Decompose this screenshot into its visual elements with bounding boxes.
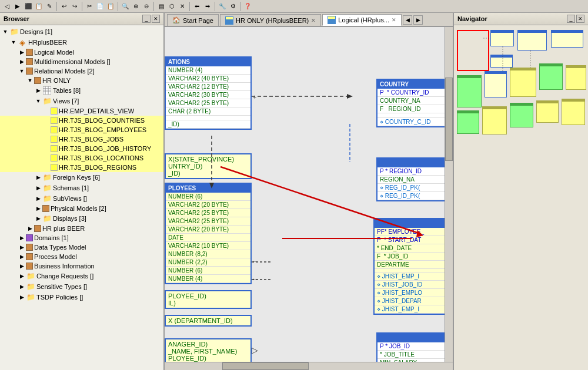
- tab-start-page[interactable]: 🏠 Start Page: [167, 14, 219, 26]
- toolbar-icon-12[interactable]: ⊕: [131, 2, 141, 11]
- tree-item-tsdppolicies[interactable]: ▶ 📁 TSDP Policies []: [0, 292, 163, 302]
- tree-item-view1[interactable]: HR.EMP_DETAILS_VIEW: [0, 106, 163, 116]
- toolbar-icon-3[interactable]: ⬛: [24, 2, 33, 11]
- expand-displays[interactable]: ▶: [34, 214, 42, 223]
- tree-item-multidim[interactable]: ▶ Multidimensional Models []: [0, 57, 163, 66]
- tab-logical[interactable]: Logical (HRplus... ✕: [322, 14, 402, 26]
- tree-item-displays[interactable]: ▶ 📁 Displays [3]: [0, 213, 163, 224]
- expand-multidim[interactable]: ▶: [18, 58, 26, 66]
- tree-item-changerequests[interactable]: ▶ 📁 Change Requests []: [0, 271, 163, 281]
- db-table-employees[interactable]: PLOYEES NUMBER (6) VARCHAR2 (20 BYTE) VA…: [165, 183, 252, 284]
- tree-item-views[interactable]: ▼ 📁 Views [7]: [0, 96, 163, 106]
- toolbar-icon-19[interactable]: 🔧: [218, 2, 227, 11]
- expand-designs[interactable]: ▼: [1, 28, 9, 36]
- toolbar-icon-16[interactable]: ✕: [178, 2, 187, 11]
- tree-item-schemas[interactable]: ▶ 📁 Schemas [1]: [0, 183, 163, 193]
- expand-tsdppolicies[interactable]: ▶: [18, 293, 26, 301]
- tab-close-logical[interactable]: ✕: [392, 17, 396, 23]
- navigator-close-button[interactable]: ✕: [576, 15, 584, 23]
- browser-close-button[interactable]: ✕: [152, 15, 160, 23]
- db-row: VARCHAR2 (25 BYTE): [166, 99, 250, 107]
- toolbar-icon-17[interactable]: ⬅: [192, 2, 202, 11]
- tree-item-tables[interactable]: ▶ Tables [8]: [0, 85, 163, 96]
- browser-header-buttons: _ ✕: [142, 15, 160, 23]
- expand-views[interactable]: ▼: [34, 97, 42, 105]
- tree-item-foreignkeys[interactable]: ▶ 📁 Foreign Keys [6]: [0, 172, 163, 183]
- tree-item-domains[interactable]: ▶ Domains [1]: [0, 233, 163, 243]
- toolbar-icon-20[interactable]: ⚙: [228, 2, 238, 11]
- toolbar-icon-7[interactable]: ↪: [70, 2, 79, 11]
- tree-item-sensitivetypes[interactable]: ▶ 📁 Sensitive Types []: [0, 281, 163, 292]
- toolbar-icon-5[interactable]: ✎: [45, 2, 54, 11]
- diagram-area[interactable]: + ← ← A: [165, 27, 453, 370]
- toolbar-icon-14[interactable]: ▤: [156, 2, 166, 11]
- expand-changerequests[interactable]: ▶: [18, 272, 26, 280]
- expand-relational[interactable]: ▼: [18, 67, 26, 75]
- spacer-view7: [42, 163, 51, 171]
- mini-table-14: [562, 99, 585, 125]
- toolbar-icon-2[interactable]: ▶: [13, 2, 22, 11]
- diagram-scrollbar-horizontal[interactable]: [165, 362, 453, 370]
- toolbar-icon-8[interactable]: ✂: [85, 2, 94, 11]
- expand-hronly[interactable]: ▼: [26, 76, 34, 85]
- expand-hrplusbeer2[interactable]: ▶: [26, 224, 34, 233]
- expand-tables[interactable]: ▶: [34, 86, 42, 95]
- toolbar-icon-4[interactable]: 📋: [34, 2, 44, 11]
- tab-nav-right[interactable]: ▶: [413, 15, 423, 25]
- tree-item-designs[interactable]: ▼ 📁 Designs [1]: [0, 26, 163, 37]
- toolbar-icon-18[interactable]: ➡: [203, 2, 212, 11]
- tab-nav-left[interactable]: ◀: [403, 15, 412, 25]
- expand-domains[interactable]: ▶: [18, 234, 26, 242]
- tree-item-processmodel[interactable]: ▶ Process Model: [0, 252, 163, 261]
- tree-item-view2[interactable]: HR.TJS_BLOG_COUNTRIES: [0, 116, 163, 125]
- expand-logical[interactable]: ▶: [18, 48, 26, 56]
- expand-hrplusbeer[interactable]: ▼: [9, 38, 18, 46]
- browser-minimize-button[interactable]: _: [142, 15, 151, 23]
- tab-hr-only[interactable]: HR ONLY (HRplusBEER) ✕: [220, 14, 321, 26]
- expand-datatypes[interactable]: ▶: [18, 243, 26, 251]
- expand-subviews[interactable]: ▶: [34, 194, 42, 203]
- tab-close-hronly[interactable]: ✕: [311, 18, 316, 23]
- tree-item-view6[interactable]: HR.TJS_BLOG_LOCATIONS: [0, 153, 163, 163]
- db-row: * JOB_TITLE: [377, 351, 446, 359]
- expand-sensitivetypes[interactable]: ▶: [18, 282, 26, 291]
- toolbar-icon-15[interactable]: ⬡: [167, 2, 176, 11]
- tree-item-logical[interactable]: ▶ Logical Model: [0, 48, 163, 57]
- toolbar-icon-1[interactable]: ◁: [2, 2, 12, 11]
- toolbar-icon-10[interactable]: 📋: [106, 2, 115, 11]
- tree-item-view5[interactable]: HR.TJS_BLOG_JOB_HISTORY: [0, 144, 163, 153]
- spacer-view5: [42, 144, 51, 153]
- toolbar-icon-21[interactable]: ❓: [243, 2, 252, 11]
- expand-physical[interactable]: ▶: [34, 204, 42, 213]
- tree-item-hronly[interactable]: ▼ HR ONLY: [0, 76, 163, 85]
- svg-text:+: +: [253, 93, 256, 100]
- toolbar-icon-13[interactable]: ⊖: [142, 2, 151, 11]
- expand-processmodel[interactable]: ▶: [18, 253, 26, 261]
- toolbar-icon-9[interactable]: 📄: [95, 2, 105, 11]
- expand-bizinfo[interactable]: ▶: [18, 262, 26, 270]
- toolbar-icon-11[interactable]: 🔍: [121, 2, 130, 11]
- tree-item-physical[interactable]: ▶ Physical Models [2]: [0, 204, 163, 213]
- tree-item-subviews[interactable]: ▶ 📁 SubViews []: [0, 193, 163, 204]
- navigator-viewport[interactable]: [457, 30, 489, 71]
- navigator-canvas[interactable]: [454, 25, 588, 370]
- tree-item-relational[interactable]: ▼ Relational Models [2]: [0, 66, 163, 76]
- navigator-minimize-button[interactable]: _: [567, 15, 575, 23]
- tree-item-hrplusbeer[interactable]: ▼ ◈ HRplusBEER: [0, 37, 163, 48]
- tree-item-hrplusbeer2[interactable]: ▶ HR plus BEER: [0, 224, 163, 233]
- tree-label-hrplusbeer2: HR plus BEER: [42, 225, 85, 232]
- db-table-jobhistory[interactable]: PF* EMPLOYEE_ P * START_DAT * END_DATE F…: [373, 218, 453, 315]
- expand-schemas[interactable]: ▶: [34, 184, 42, 192]
- tree-item-view3[interactable]: HR.TJS_BLOG_EMPLOYEES: [0, 125, 163, 134]
- db-table-country[interactable]: COUNTRY P * COUNTRY_ID COUNTRY_NA F REGI…: [376, 79, 447, 127]
- expand-foreignkeys[interactable]: ▶: [34, 173, 42, 181]
- tree-item-datatypes[interactable]: ▶ Data Types Model: [0, 243, 163, 252]
- tree-item-view7[interactable]: HR.TJS_BLOG_REGIONS: [0, 163, 163, 172]
- main-toolbar[interactable]: ◁ ▶ ⬛ 📋 ✎ ↩ ↪ ✂ 📄 📋 🔍 ⊕ ⊖ ▤ ⬡ ✕ ⬅ ➡ 🔧 ⚙ …: [0, 0, 588, 13]
- diagram-scrollbar-vertical[interactable]: [445, 27, 453, 362]
- tree-item-view4[interactable]: HR.TJS_BLOG_JOBS: [0, 134, 163, 144]
- db-table-locations[interactable]: ATIONS NUMBER (4) VARCHAR2 (40 BYTE) VAR…: [165, 56, 252, 130]
- db-table-region[interactable]: P * REGION_ID REGION_NA ⋄ REG_ID_PK( ⋄ R…: [376, 157, 447, 201]
- toolbar-icon-6[interactable]: ↩: [59, 2, 69, 11]
- tree-item-bizinfo[interactable]: ▶ Business Information: [0, 261, 163, 271]
